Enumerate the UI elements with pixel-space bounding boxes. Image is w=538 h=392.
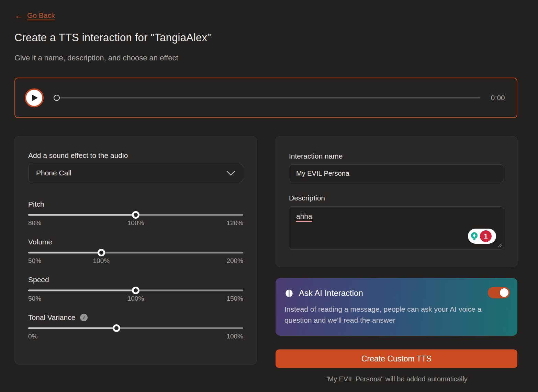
volume-label: Volume: [28, 238, 52, 246]
tonal-variance-slider-handle[interactable]: [113, 324, 120, 332]
seek-handle[interactable]: [54, 95, 60, 101]
volume-min-label: 50%: [28, 257, 41, 265]
grammarly-count-badge: 1: [480, 230, 492, 242]
speed-slider-block: Speed 50% 100% 150%: [28, 276, 243, 303]
chevron-down-icon: [226, 171, 235, 176]
pitch-label: Pitch: [28, 200, 44, 208]
interaction-name-input[interactable]: [289, 164, 504, 182]
pitch-slider[interactable]: [28, 211, 243, 219]
interaction-name-label: Interaction name: [289, 152, 504, 160]
audio-player: 0:00: [14, 78, 517, 118]
toggle-knob: [500, 288, 508, 297]
seek-track[interactable]: [60, 97, 480, 99]
grammarly-bulb-icon: [470, 232, 479, 241]
sound-effect-panel: Add a sound effect to the audio Phone Ca…: [14, 136, 257, 365]
effect-select-value: Phone Call: [36, 169, 71, 177]
brain-icon: [284, 289, 294, 298]
effect-heading: Add a sound effect to the audio: [28, 151, 243, 160]
tonal-variance-slider-block: Tonal Variance i 0% 100%: [28, 313, 243, 341]
speed-current-label: 100%: [127, 295, 144, 302]
speed-slider[interactable]: [28, 287, 243, 294]
left-arrow-icon: ←: [14, 11, 23, 20]
speed-label: Speed: [28, 276, 49, 284]
grammarly-badge[interactable]: 1: [468, 229, 496, 244]
go-back-link[interactable]: ← Go Back: [14, 11, 55, 20]
description-textarea[interactable]: ahha 1: [289, 206, 504, 250]
description-text: ahha: [296, 212, 312, 222]
description-label: Description: [289, 194, 504, 202]
volume-slider-track[interactable]: [28, 252, 243, 254]
tonal-variance-slider-track[interactable]: [28, 327, 243, 329]
interaction-details-panel: Interaction name Description ahha 1: [276, 136, 517, 267]
play-button[interactable]: [25, 89, 44, 107]
tts-create-page: ← Go Back Create a TTS interaction for "…: [0, 0, 538, 392]
player-time: 0:00: [491, 94, 505, 102]
pitch-slider-block: Pitch 80% 100% 120%: [28, 200, 243, 228]
volume-slider-handle[interactable]: [98, 249, 105, 256]
volume-slider[interactable]: [28, 249, 243, 256]
play-icon: [32, 95, 38, 101]
tonal-variance-min-label: 0%: [28, 333, 37, 340]
pitch-current-label: 100%: [127, 219, 144, 227]
volume-current-label: 100%: [93, 257, 110, 265]
volume-max-label: 200%: [226, 257, 243, 265]
page-title: Create a TTS interaction for "TangiaAlex…: [14, 32, 211, 44]
info-icon[interactable]: i: [80, 314, 88, 321]
resize-handle-icon[interactable]: [497, 243, 502, 247]
ask-ai-description: Instead of reading a message, people can…: [284, 304, 495, 326]
ask-ai-card: Ask AI Interaction Instead of reading a …: [276, 278, 517, 336]
page-subtitle: Give it a name, description, and choose …: [14, 54, 178, 62]
speed-max-label: 150%: [226, 295, 243, 302]
pitch-slider-handle[interactable]: [132, 211, 139, 219]
speed-min-label: 50%: [28, 295, 41, 302]
speed-slider-handle[interactable]: [132, 287, 139, 294]
go-back-label: Go Back: [27, 11, 55, 20]
pitch-max-label: 120%: [226, 219, 243, 227]
pitch-min-label: 80%: [28, 219, 41, 227]
ask-ai-toggle[interactable]: [488, 287, 510, 298]
tonal-variance-max-label: 100%: [226, 333, 243, 340]
footer-note: "My EVIL Persona" will be added automati…: [276, 375, 517, 383]
create-custom-tts-button[interactable]: Create Custom TTS: [276, 349, 517, 368]
tonal-variance-slider[interactable]: [28, 324, 243, 332]
effect-select[interactable]: Phone Call: [28, 164, 243, 182]
volume-slider-block: Volume 50% 100% 200%: [28, 238, 243, 265]
tonal-variance-label: Tonal Variance: [28, 313, 75, 322]
ask-ai-title: Ask AI Interaction: [299, 288, 363, 298]
